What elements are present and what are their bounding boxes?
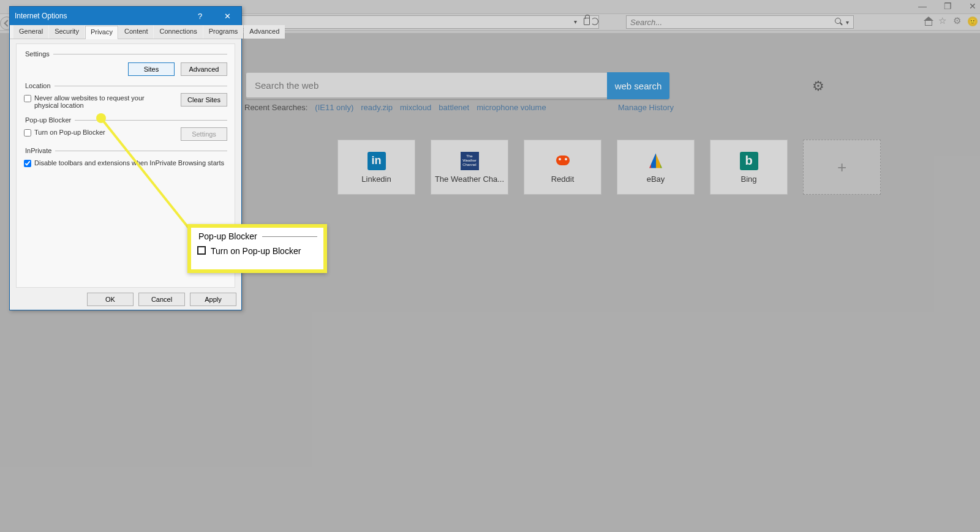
- dialog-title: Internet Options: [15, 12, 67, 20]
- callout-popup-legend: Pop-up Blocker: [197, 231, 262, 241]
- linkedin-icon: in: [368, 152, 386, 170]
- new-tab-search-input[interactable]: [246, 72, 607, 98]
- manage-history-link[interactable]: Manage History: [618, 103, 674, 112]
- bing-icon: b: [740, 152, 758, 170]
- callout-turn-on-label: Turn on Pop-up Blocker: [211, 246, 301, 256]
- recent-searches: Recent Searches: (IE11 only) ready.zip m…: [244, 103, 546, 112]
- callout-turn-on-checkbox: Turn on Pop-up Blocker: [197, 246, 317, 256]
- sites-button[interactable]: Sites: [128, 62, 175, 76]
- tile-reddit[interactable]: Reddit: [524, 140, 601, 195]
- reddit-icon: [554, 154, 572, 168]
- new-tab-settings-icon[interactable]: ⚙: [812, 78, 824, 94]
- recent-search-link[interactable]: microphone volume: [477, 103, 546, 112]
- tile-add[interactable]: +: [803, 140, 881, 195]
- settings-legend: Settings: [24, 50, 53, 58]
- disable-toolbars-label: Disable toolbars and extensions when InP…: [34, 159, 224, 167]
- tile-label: Reddit: [551, 174, 575, 184]
- popup-settings-button: Settings: [181, 127, 227, 141]
- recent-search-link[interactable]: ready.zip: [361, 103, 393, 112]
- never-allow-location-input[interactable]: [24, 95, 31, 102]
- tab-programs[interactable]: Programs: [203, 25, 244, 39]
- location-legend: Location: [24, 82, 55, 89]
- dialog-close-button[interactable]: ✕: [214, 7, 241, 25]
- ok-button[interactable]: OK: [87, 293, 134, 306]
- window-controls: — ❐ ✕: [918, 1, 976, 11]
- advanced-button[interactable]: Advanced: [181, 62, 227, 76]
- recent-search-link[interactable]: battlenet: [439, 103, 469, 112]
- tile-label: Linkedin: [361, 174, 391, 184]
- dialog-footer: OK Cancel Apply: [10, 290, 241, 310]
- clear-sites-button[interactable]: Clear Sites: [181, 93, 227, 107]
- tile-label: The Weather Cha...: [435, 174, 504, 184]
- callout-checkbox-icon: [197, 246, 206, 255]
- disable-toolbars-checkbox[interactable]: Disable toolbars and extensions when InP…: [24, 159, 227, 167]
- window-close[interactable]: ✕: [969, 1, 976, 11]
- inprivate-legend: InPrivate: [24, 147, 55, 154]
- tile-label: Bing: [741, 174, 756, 184]
- callout-popup-section: Pop-up Blocker Turn on Pop-up Blocker: [197, 231, 317, 257]
- never-allow-location-label: Never allow websites to request your phy…: [34, 94, 146, 109]
- annotation-callout: Pop-up Blocker Turn on Pop-up Blocker: [187, 224, 327, 273]
- popup-blocker-section: Pop-up Blocker Turn on Pop-up Blocker Se…: [24, 116, 227, 141]
- search-dropdown-icon[interactable]: ▾: [846, 19, 853, 26]
- browser-tool-icons: 🙂: [924, 17, 978, 26]
- turn-on-popup-blocker-label: Turn on Pop-up Blocker: [34, 129, 105, 136]
- web-search-button[interactable]: web search: [607, 72, 669, 99]
- smiley-icon[interactable]: 🙂: [968, 17, 978, 26]
- disable-toolbars-input[interactable]: [24, 160, 31, 167]
- frequent-tiles: in Linkedin TheWeatherChannel The Weathe…: [244, 140, 881, 195]
- turn-on-popup-blocker-checkbox[interactable]: Turn on Pop-up Blocker: [24, 129, 105, 137]
- recent-search-link[interactable]: (IE11 only): [315, 103, 353, 112]
- popup-blocker-legend: Pop-up Blocker: [24, 116, 75, 124]
- browser-search-input[interactable]: [627, 18, 834, 27]
- apply-button[interactable]: Apply: [190, 293, 236, 306]
- tab-general[interactable]: General: [13, 25, 48, 39]
- tile-linkedin[interactable]: in Linkedin: [337, 140, 415, 195]
- location-section: Location Never allow websites to request…: [24, 82, 227, 110]
- weather-channel-icon: TheWeatherChannel: [461, 152, 479, 170]
- tools-icon[interactable]: [953, 17, 963, 26]
- turn-on-popup-blocker-input[interactable]: [24, 129, 31, 137]
- tile-weather[interactable]: TheWeatherChannel The Weather Cha...: [431, 140, 508, 195]
- address-dropdown-icon[interactable]: ▾: [570, 16, 580, 28]
- tile-ebay[interactable]: eBay: [617, 140, 695, 195]
- recent-search-link[interactable]: mixcloud: [400, 103, 431, 112]
- settings-section: Settings Sites Advanced: [24, 50, 227, 76]
- tab-privacy[interactable]: Privacy: [85, 26, 118, 39]
- tile-bing[interactable]: b Bing: [710, 140, 788, 195]
- browser-search-box[interactable]: ▾: [626, 15, 854, 29]
- lock-icon: [584, 18, 590, 25]
- plus-icon: +: [837, 158, 846, 177]
- tile-label: eBay: [647, 174, 665, 184]
- never-allow-location-checkbox[interactable]: Never allow websites to request your phy…: [24, 94, 146, 109]
- favorites-icon[interactable]: [938, 17, 948, 26]
- tab-security[interactable]: Security: [49, 25, 85, 39]
- tab-connections[interactable]: Connections: [154, 25, 202, 39]
- window-minimize[interactable]: —: [918, 1, 927, 11]
- search-icon[interactable]: [834, 17, 845, 28]
- ebay-icon: [647, 152, 665, 170]
- tab-advanced[interactable]: Advanced: [244, 25, 285, 39]
- inprivate-section: InPrivate Disable toolbars and extension…: [24, 147, 227, 168]
- new-tab-search: web search: [246, 72, 669, 99]
- dialog-titlebar[interactable]: Internet Options ? ✕: [10, 7, 241, 25]
- dialog-tabs: General Security Privacy Content Connect…: [10, 25, 241, 39]
- refresh-icon[interactable]: [591, 18, 598, 25]
- recent-searches-label: Recent Searches:: [244, 103, 307, 112]
- window-maximize[interactable]: ❐: [944, 1, 952, 11]
- cancel-button[interactable]: Cancel: [138, 293, 185, 306]
- tab-content[interactable]: Content: [119, 25, 154, 39]
- home-icon[interactable]: [924, 17, 933, 26]
- dialog-help-button[interactable]: ?: [186, 7, 214, 25]
